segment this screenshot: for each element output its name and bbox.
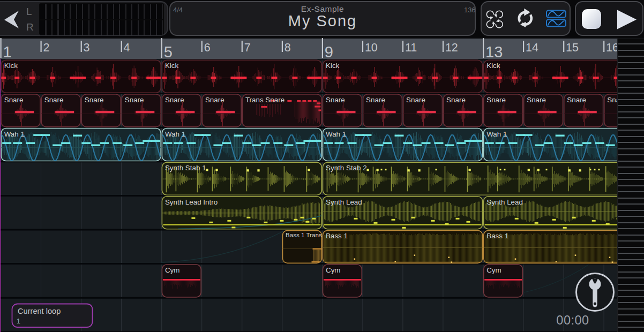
svg-text:6: 6 xyxy=(204,41,211,54)
svg-text:Snare: Snare xyxy=(44,96,64,104)
svg-text:Synth Lead: Synth Lead xyxy=(486,198,523,206)
svg-text:00:00: 00:00 xyxy=(556,313,589,327)
svg-text:1: 1 xyxy=(3,43,12,61)
svg-text:3: 3 xyxy=(84,41,90,54)
svg-text:Snare: Snare xyxy=(527,96,546,104)
svg-text:Snare: Snare xyxy=(165,96,184,104)
svg-text:Bass 1 Trans: Bass 1 Trans xyxy=(286,231,322,238)
svg-text:Wah 1: Wah 1 xyxy=(165,130,185,138)
svg-text:Snare: Snare xyxy=(486,96,506,104)
svg-text:Snare: Snare xyxy=(567,96,586,104)
svg-text:Wah 1: Wah 1 xyxy=(4,130,25,138)
svg-text:Snare: Snare xyxy=(366,96,385,104)
svg-text:Kick: Kick xyxy=(486,62,500,70)
svg-text:4: 4 xyxy=(124,41,130,54)
svg-text:Kick: Kick xyxy=(326,62,340,70)
svg-text:Snare: Snare xyxy=(326,96,345,104)
svg-text:Bass 1: Bass 1 xyxy=(486,232,508,240)
svg-text:7: 7 xyxy=(244,41,251,54)
svg-text:11: 11 xyxy=(405,41,417,54)
svg-text:Snare: Snare xyxy=(446,96,466,104)
svg-text:Synth Lead: Synth Lead xyxy=(326,198,362,206)
svg-text:Trans Snare: Trans Snare xyxy=(245,96,284,104)
svg-text:Snare: Snare xyxy=(205,96,224,104)
svg-text:15: 15 xyxy=(566,41,579,54)
svg-text:Snare: Snare xyxy=(4,96,24,104)
svg-text:8: 8 xyxy=(284,41,291,54)
svg-text:Snare: Snare xyxy=(85,96,104,104)
svg-text:9: 9 xyxy=(325,43,333,61)
svg-text:5: 5 xyxy=(164,43,173,61)
svg-text:Synth Stab 2: Synth Stab 2 xyxy=(326,164,367,172)
svg-text:Wah 1: Wah 1 xyxy=(486,130,507,138)
svg-text:Cym: Cym xyxy=(165,266,180,274)
svg-text:12: 12 xyxy=(445,41,458,54)
svg-text:13: 13 xyxy=(485,43,503,61)
svg-text:Current loop: Current loop xyxy=(18,307,61,315)
svg-text:Bass 1: Bass 1 xyxy=(326,232,348,240)
svg-text:Cym: Cym xyxy=(486,266,501,274)
svg-text:Kick: Kick xyxy=(4,62,18,70)
svg-text:Cym: Cym xyxy=(326,266,341,274)
svg-text:14: 14 xyxy=(526,41,538,54)
svg-text:Kick: Kick xyxy=(165,62,179,70)
svg-text:Snare: Snare xyxy=(406,96,425,104)
svg-text:1: 1 xyxy=(17,318,20,325)
svg-text:Synth Stab 1: Synth Stab 1 xyxy=(165,164,206,172)
svg-text:Synth Lead Intro: Synth Lead Intro xyxy=(165,198,218,206)
svg-text:Wah 1: Wah 1 xyxy=(326,130,346,138)
svg-text:Snare: Snare xyxy=(125,96,144,104)
svg-text:2: 2 xyxy=(43,41,50,54)
svg-text:10: 10 xyxy=(365,41,378,54)
